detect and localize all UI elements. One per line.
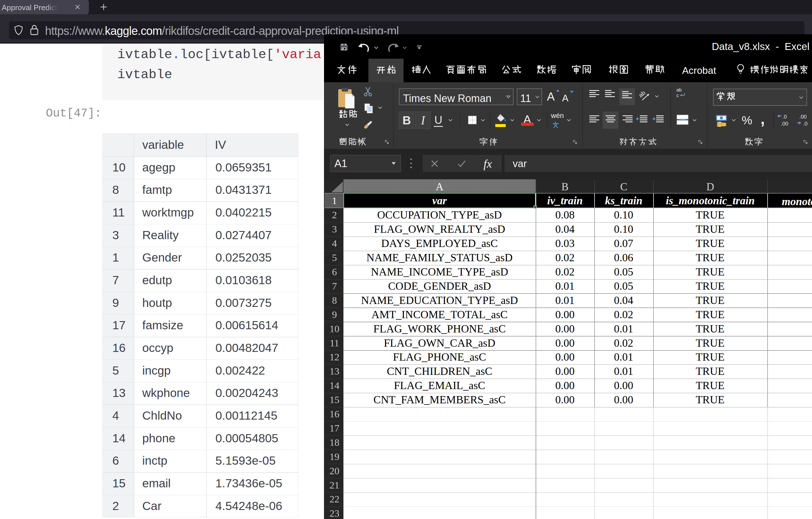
svg-text:c: c (676, 93, 679, 98)
svg-text:.00: .00 (781, 120, 788, 127)
svg-text:.0: .0 (782, 114, 787, 120)
svg-text:.00: .00 (799, 114, 807, 120)
svg-text:ab: ab (676, 87, 682, 92)
svg-text:.0: .0 (803, 120, 807, 127)
